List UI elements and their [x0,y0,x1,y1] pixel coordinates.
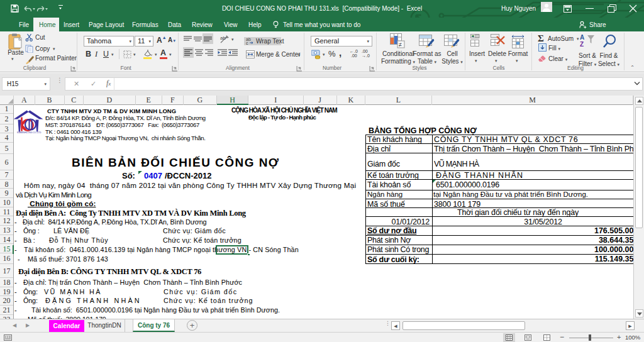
svg-text:A: A [580,34,584,41]
svg-text:ab: ab [220,35,226,41]
svg-text:c: c [246,41,248,45]
svg-text:Z: Z [580,41,584,48]
svg-text:KIMMINHLONG CO.,LTD: KIMMINHLONG CO.,LTD [17,131,42,133]
svg-text:≠: ≠ [399,41,402,48]
